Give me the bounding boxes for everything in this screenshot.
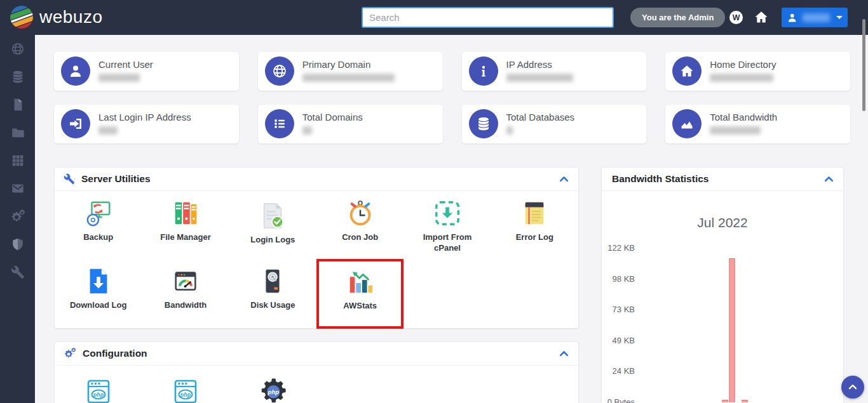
sidebar-item-domains[interactable] (0, 35, 35, 63)
stat-card-title: Home Directory (710, 59, 776, 70)
cron-job-icon (346, 199, 375, 228)
chevron-up-icon[interactable] (559, 348, 569, 359)
utility-item-bandwidth[interactable]: Bandwidth (142, 259, 229, 329)
mail-icon (11, 182, 25, 195)
awstats-icon (346, 267, 375, 296)
apps-grid-icon (11, 154, 25, 168)
user-icon (787, 12, 797, 23)
sidebar-item-security[interactable] (0, 230, 35, 258)
wrench-icon (64, 173, 75, 185)
utility-item-file-manager[interactable]: File Manager (142, 191, 229, 259)
stat-card-ip-address: IP Address (462, 52, 647, 91)
utility-item-error-log[interactable]: Error Log (491, 191, 578, 259)
stat-card-title: Last Login IP Address (98, 112, 191, 122)
y-axis-tick-label: 98 KB (602, 274, 635, 284)
topbar: webuzo You are the Admin W (0, 0, 868, 35)
error-log-icon (520, 199, 549, 228)
utility-item-label: AWStats (343, 301, 377, 312)
stat-card-value-redacted (302, 74, 395, 82)
chart-plot (639, 248, 836, 402)
gears-icon (64, 347, 76, 360)
folder-icon (11, 126, 25, 140)
svg-text:W: W (733, 13, 740, 22)
sidebar-item-email[interactable] (0, 175, 35, 202)
utility-item-label: Disk Usage (250, 300, 295, 311)
stat-cards: Current User Primary Domain IP Address H… (54, 52, 850, 143)
caret-down-icon (836, 16, 843, 19)
stat-card-value-redacted (98, 126, 118, 135)
sidebar-item-databases[interactable] (0, 63, 35, 91)
area-chart-icon (672, 109, 702, 138)
stat-card-value-redacted (710, 126, 761, 135)
chevron-up-icon[interactable] (824, 174, 834, 185)
file-icon (11, 98, 25, 112)
database-icon (11, 70, 25, 84)
utility-item-label: Bandwidth (165, 300, 207, 311)
sidebar-item-apps[interactable] (0, 147, 35, 175)
utility-item-disk-usage[interactable]: Disk Usage (229, 259, 316, 329)
vertical-scrollbar-thumb[interactable] (862, 19, 865, 111)
utility-item-login-logs[interactable]: Login Logs (229, 191, 316, 259)
utility-item-label: Backup (83, 232, 113, 243)
chart-bar (742, 400, 747, 402)
backup-icon (84, 199, 113, 228)
import-cpanel-icon (433, 199, 462, 228)
y-axis-tick-label: 24 KB (602, 366, 635, 376)
utility-item-import-from-cpanel[interactable]: Import From cPanel (403, 191, 491, 259)
sidebar-item-settings[interactable] (0, 202, 35, 230)
sidebar-item-utilities[interactable] (0, 258, 35, 286)
php-window-icon: php (83, 376, 114, 403)
login-logs-icon (258, 201, 287, 230)
utility-item-cron-job[interactable]: Cron Job (316, 191, 403, 259)
chart-title: Jul 2022 (602, 215, 843, 230)
login-icon (61, 109, 90, 138)
utility-item-label: Cron Job (342, 232, 378, 243)
utility-item-backup[interactable]: Backup (55, 191, 142, 259)
stat-card-title: Total Bandwidth (710, 112, 777, 122)
y-axis-tick-label: 49 KB (602, 336, 635, 346)
sidebar-item-files[interactable] (0, 91, 35, 119)
configuration-item-php[interactable]: php (55, 376, 142, 403)
stat-card-value-redacted (98, 74, 140, 82)
stat-card-title: IP Address (506, 59, 552, 70)
server-utilities-panel: Server Utilities Backup (54, 167, 579, 329)
user-menu-button[interactable] (782, 8, 848, 27)
configuration-item-php-extensions[interactable]: php (229, 376, 316, 403)
stat-card-title: Primary Domain (302, 59, 371, 70)
stat-card-title: Current User (98, 59, 153, 70)
stat-card-current-user: Current User (54, 52, 239, 91)
webuzo-logo[interactable]: webuzo (9, 4, 103, 30)
panel-title: Server Utilities (81, 173, 559, 185)
sidebar (0, 35, 35, 403)
gears-icon (10, 209, 25, 224)
utility-item-label: Error Log (516, 232, 553, 243)
search-input[interactable] (362, 7, 614, 28)
stat-card-total-domains: Total Domains (258, 105, 443, 143)
scroll-to-top-button[interactable] (841, 376, 864, 399)
svg-text:php: php (268, 388, 280, 395)
shield-icon (11, 237, 25, 251)
bandwidth-statistics-panel: Bandwidth Statistics Jul 2022 122 KB98 K… (601, 167, 844, 403)
info-icon (469, 56, 498, 86)
configuration-grid: php php php (55, 366, 578, 403)
database-icon (469, 109, 498, 138)
list-icon (265, 109, 294, 138)
logo-text: webuzo (39, 7, 103, 27)
stat-card-last-login-ip: Last Login IP Address (54, 105, 239, 143)
configuration-panel: Configuration php php (54, 341, 579, 403)
y-axis-tick-label: 73 KB (602, 305, 635, 315)
sidebar-item-folders[interactable] (0, 119, 35, 147)
svg-text:php: php (180, 392, 191, 398)
y-axis-tick-label: 0 Bytes (602, 397, 635, 403)
configuration-item-php-2[interactable]: php (142, 376, 229, 403)
chevron-up-icon[interactable] (559, 174, 569, 185)
utility-item-download-log[interactable]: Download Log (55, 259, 142, 329)
admin-badge[interactable]: You are the Admin (630, 8, 725, 27)
panel-title: Bandwidth Statistics (612, 173, 824, 185)
php-gear-icon: php (257, 376, 288, 403)
stat-card-total-databases: Total Databases (462, 105, 647, 143)
wordpress-icon[interactable]: W (729, 10, 743, 25)
utility-item-awstats[interactable]: AWStats (316, 259, 403, 329)
home-icon[interactable] (754, 10, 769, 25)
wrench-icon (11, 265, 25, 279)
